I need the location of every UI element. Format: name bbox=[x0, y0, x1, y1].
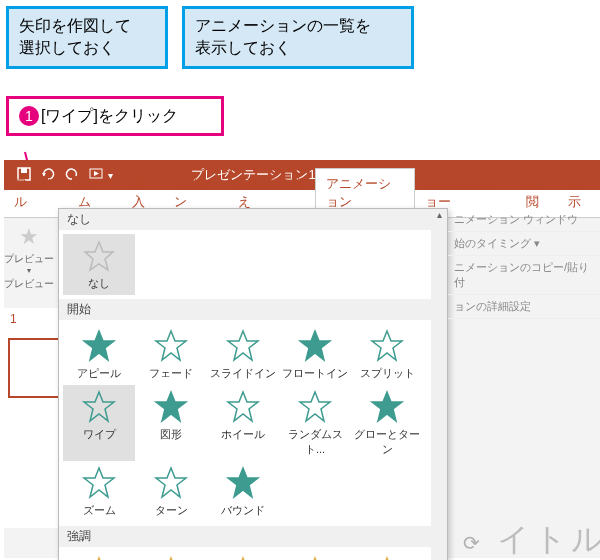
star-icon bbox=[369, 389, 405, 425]
anim-スライドイン[interactable]: スライドイン bbox=[207, 324, 279, 385]
star-icon bbox=[153, 465, 189, 501]
anim-シーソー[interactable]: シーソー bbox=[207, 551, 279, 560]
anim-フロートイン[interactable]: フロートイン bbox=[279, 324, 351, 385]
anim-none[interactable]: なし bbox=[63, 234, 135, 295]
animation-painter-btn[interactable]: ニメーションのコピー/貼り付 bbox=[448, 256, 600, 295]
category-none: なし bbox=[59, 209, 447, 230]
step-number-badge: 1 bbox=[19, 106, 39, 126]
anim-フェード[interactable]: フェード bbox=[135, 324, 207, 385]
slide-placeholder-text: ⟳ イトル bbox=[463, 518, 600, 560]
anim-ターン[interactable]: ターン bbox=[135, 461, 207, 522]
anim-パルス[interactable]: パルス bbox=[63, 551, 135, 560]
anim-グローとターン[interactable]: グローとターン bbox=[351, 385, 423, 461]
rotate-handle-icon[interactable]: ⟳ bbox=[463, 532, 484, 554]
callout-draw-arrow: 矢印を作図して 選択しておく bbox=[6, 6, 168, 69]
star-icon bbox=[297, 328, 333, 364]
star-icon bbox=[297, 389, 333, 425]
star-icon bbox=[225, 389, 261, 425]
powerpoint-window: ▾ プレゼンテーション1 - PowerPoint ファイル ホーム 挿入 デザ… bbox=[4, 160, 600, 558]
star-icon bbox=[369, 328, 405, 364]
anim-拡大/収縮[interactable]: 拡大/収縮 bbox=[351, 551, 423, 560]
star-icon bbox=[81, 465, 117, 501]
star-icon bbox=[81, 328, 117, 364]
anim-カラー パルス[interactable]: カラー パルス bbox=[135, 551, 207, 560]
flyout-scrollbar[interactable]: ▴ bbox=[431, 209, 447, 560]
star-icon bbox=[225, 555, 261, 560]
animation-pane-btn[interactable]: ニメーション ウィンドウ bbox=[448, 208, 600, 232]
trigger-btn[interactable]: 始のタイミング ▾ bbox=[448, 232, 600, 256]
callout-show-anim-list: アニメーションの一覧を 表示しておく bbox=[182, 6, 414, 69]
star-icon bbox=[153, 389, 189, 425]
category-emphasis: 強調 bbox=[59, 526, 447, 547]
star-icon bbox=[153, 328, 189, 364]
animation-advanced-pane: ニメーション ウィンドウ 始のタイミング ▾ ニメーションのコピー/貼り付 ョン… bbox=[448, 208, 600, 319]
star-icon bbox=[81, 238, 117, 274]
anim-バウンド[interactable]: バウンド bbox=[207, 461, 279, 522]
star-icon bbox=[225, 328, 261, 364]
anim-スピン[interactable]: スピン bbox=[279, 551, 351, 560]
anim-ワイプ[interactable]: ワイプ bbox=[63, 385, 135, 461]
star-icon bbox=[153, 555, 189, 560]
animation-gallery-flyout: なし なし 開始 アピールフェードスライドインフロートインスプリットワイプ図形ホ… bbox=[58, 208, 448, 560]
callout-click-wipe: 1[ワイプ]をクリック bbox=[6, 96, 224, 136]
star-icon bbox=[369, 555, 405, 560]
anim-アピール[interactable]: アピール bbox=[63, 324, 135, 385]
anim-図形[interactable]: 図形 bbox=[135, 385, 207, 461]
anim-ズーム[interactable]: ズーム bbox=[63, 461, 135, 522]
preview-label: プレビュー bbox=[4, 252, 54, 266]
anim-スプリット[interactable]: スプリット bbox=[351, 324, 423, 385]
anim-ランダムスト...[interactable]: ランダムスト... bbox=[279, 385, 351, 461]
star-icon bbox=[81, 555, 117, 560]
preview-icon[interactable]: ★ bbox=[4, 224, 54, 250]
category-entrance: 開始 bbox=[59, 299, 447, 320]
star-icon bbox=[81, 389, 117, 425]
advanced-animation-label: ョンの詳細設定 bbox=[448, 295, 600, 319]
star-icon bbox=[225, 465, 261, 501]
preview-sublabel: プレビュー bbox=[4, 277, 54, 291]
star-icon bbox=[297, 555, 333, 560]
anim-ホイール[interactable]: ホイール bbox=[207, 385, 279, 461]
scroll-up-icon[interactable]: ▴ bbox=[431, 209, 447, 223]
